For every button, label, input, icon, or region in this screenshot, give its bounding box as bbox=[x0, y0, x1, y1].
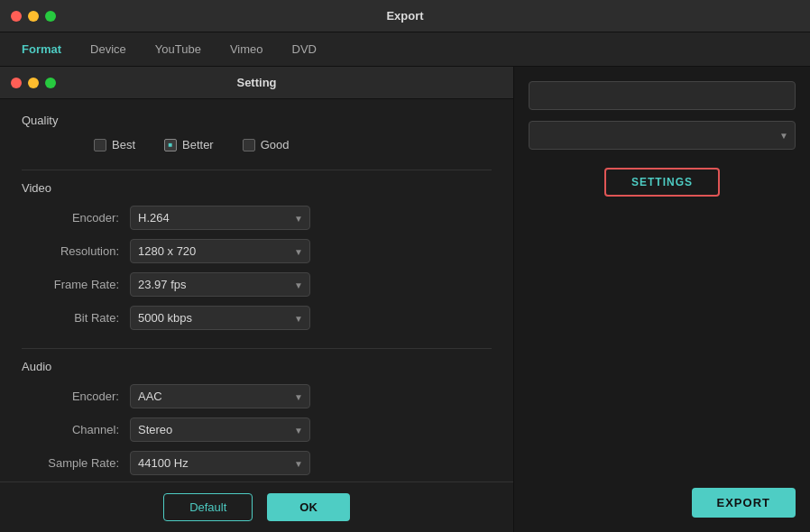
audio-encoder-row: Encoder: AAC MP3 AC3 FLAC ▼ bbox=[22, 384, 492, 408]
video-encoder-select[interactable]: H.264 H.265 MPEG-4 ProRes bbox=[130, 206, 310, 230]
right-panel: ▼ SETTINGS EXPORT bbox=[514, 67, 810, 532]
setting-panel: Setting Quality Best Better Good bbox=[0, 67, 514, 532]
video-resolution-row: Resolution: 1920 x 1080 1280 x 720 854 x… bbox=[22, 239, 492, 263]
audio-encoder-select[interactable]: AAC MP3 AC3 FLAC bbox=[130, 384, 310, 408]
audio-samplerate-select[interactable]: 22050 Hz 44100 Hz 48000 Hz bbox=[130, 451, 310, 475]
tab-vimeo[interactable]: Vimeo bbox=[216, 37, 278, 61]
video-label: Video bbox=[22, 181, 492, 195]
tab-device[interactable]: Device bbox=[76, 37, 141, 61]
audio-encoder-label: Encoder: bbox=[22, 390, 130, 403]
video-bitrate-select[interactable]: 1000 kbps 2000 kbps 3000 kbps 5000 kbps … bbox=[130, 306, 310, 330]
audio-channel-label: Channel: bbox=[22, 423, 130, 436]
right-select-wrapper: ▼ bbox=[529, 121, 796, 150]
divider-2 bbox=[22, 348, 492, 349]
better-label: Better bbox=[182, 138, 214, 151]
settings-button[interactable]: SETTINGS bbox=[604, 168, 720, 197]
quality-better[interactable]: Better bbox=[164, 138, 214, 151]
title-bar: Export bbox=[0, 0, 810, 32]
settings-btn-wrapper: SETTINGS bbox=[529, 168, 796, 197]
tab-youtube[interactable]: YouTube bbox=[141, 37, 216, 61]
panel-minimize-button[interactable] bbox=[28, 78, 39, 88]
audio-section: Audio Encoder: AAC MP3 AC3 FLAC ▼ C bbox=[22, 360, 492, 482]
audio-channel-select-wrapper: Stereo Mono 5.1 Surround ▼ bbox=[130, 417, 310, 442]
good-label: Good bbox=[261, 138, 290, 151]
video-encoder-label: Encoder: bbox=[22, 211, 130, 225]
audio-samplerate-select-wrapper: 22050 Hz 44100 Hz 48000 Hz ▼ bbox=[130, 451, 310, 475]
better-checkbox[interactable] bbox=[164, 139, 177, 151]
main-layout: Setting Quality Best Better Good bbox=[0, 67, 810, 532]
setting-header: Setting bbox=[0, 67, 513, 99]
default-button[interactable]: Default bbox=[163, 493, 253, 521]
app-title: Export bbox=[386, 9, 423, 23]
setting-footer: Default OK bbox=[0, 482, 513, 532]
video-framerate-select[interactable]: 23.97 fps 24 fps 25 fps 29.97 fps 30 fps… bbox=[130, 272, 310, 297]
video-framerate-select-wrapper: 23.97 fps 24 fps 25 fps 29.97 fps 30 fps… bbox=[130, 272, 310, 297]
panel-traffic-lights bbox=[11, 78, 56, 88]
best-label: Best bbox=[112, 138, 135, 151]
video-framerate-label: Frame Rate: bbox=[22, 278, 130, 291]
divider-1 bbox=[22, 170, 492, 170]
video-resolution-select[interactable]: 1920 x 1080 1280 x 720 854 x 480 640 x 3… bbox=[130, 239, 310, 263]
panel-close-button[interactable] bbox=[11, 78, 22, 88]
audio-channel-row: Channel: Stereo Mono 5.1 Surround ▼ bbox=[22, 417, 492, 442]
video-encoder-row: Encoder: H.264 H.265 MPEG-4 ProRes ▼ bbox=[22, 206, 492, 230]
good-checkbox[interactable] bbox=[243, 139, 255, 151]
right-dropdown[interactable] bbox=[529, 121, 796, 150]
tab-format[interactable]: Format bbox=[7, 37, 76, 61]
quality-row: Best Better Good bbox=[22, 138, 492, 151]
setting-content: Quality Best Better Good Video bbox=[0, 99, 513, 482]
quality-label: Quality bbox=[22, 114, 492, 127]
export-button[interactable]: EXPORT bbox=[692, 488, 796, 518]
video-resolution-label: Resolution: bbox=[22, 244, 130, 258]
right-text-input[interactable] bbox=[529, 81, 796, 110]
best-checkbox[interactable] bbox=[94, 139, 106, 151]
video-encoder-select-wrapper: H.264 H.265 MPEG-4 ProRes ▼ bbox=[130, 206, 310, 230]
panel-maximize-button[interactable] bbox=[45, 78, 56, 88]
video-framerate-row: Frame Rate: 23.97 fps 24 fps 25 fps 29.9… bbox=[22, 272, 492, 297]
maximize-button[interactable] bbox=[45, 11, 56, 22]
ok-button[interactable]: OK bbox=[267, 493, 350, 521]
video-resolution-select-wrapper: 1920 x 1080 1280 x 720 854 x 480 640 x 3… bbox=[130, 239, 310, 263]
quality-good[interactable]: Good bbox=[243, 138, 290, 151]
tab-dvd[interactable]: DVD bbox=[278, 37, 331, 61]
nav-bar: Format Device YouTube Vimeo DVD bbox=[0, 32, 810, 67]
audio-samplerate-row: Sample Rate: 22050 Hz 44100 Hz 48000 Hz … bbox=[22, 451, 492, 475]
audio-channel-select[interactable]: Stereo Mono 5.1 Surround bbox=[130, 417, 310, 442]
audio-encoder-select-wrapper: AAC MP3 AC3 FLAC ▼ bbox=[130, 384, 310, 408]
setting-title: Setting bbox=[14, 76, 499, 89]
spacer bbox=[529, 207, 796, 477]
close-button[interactable] bbox=[11, 11, 22, 22]
quality-best[interactable]: Best bbox=[94, 138, 135, 151]
audio-samplerate-label: Sample Rate: bbox=[22, 456, 130, 470]
video-bitrate-row: Bit Rate: 1000 kbps 2000 kbps 3000 kbps … bbox=[22, 306, 492, 330]
minimize-button[interactable] bbox=[28, 11, 39, 22]
video-section: Video Encoder: H.264 H.265 MPEG-4 ProRes… bbox=[22, 181, 492, 330]
audio-label: Audio bbox=[22, 360, 492, 373]
video-bitrate-label: Bit Rate: bbox=[22, 311, 130, 325]
traffic-lights bbox=[11, 11, 56, 22]
video-bitrate-select-wrapper: 1000 kbps 2000 kbps 3000 kbps 5000 kbps … bbox=[130, 306, 310, 330]
